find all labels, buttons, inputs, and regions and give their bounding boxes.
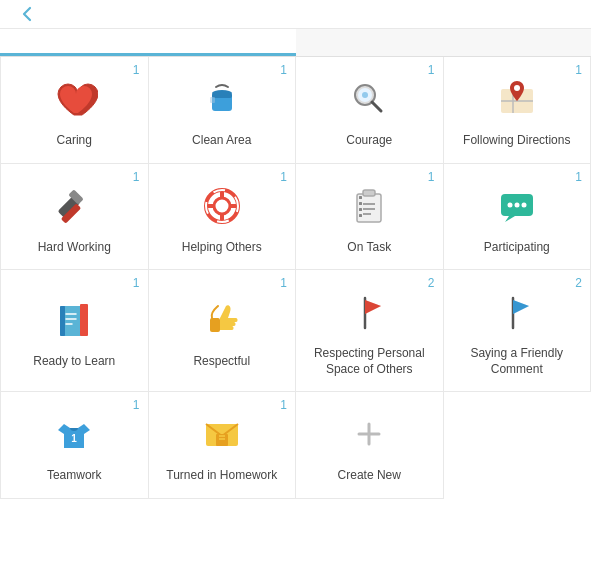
svg-rect-19 <box>220 214 224 222</box>
svg-line-6 <box>372 102 381 111</box>
award-cell-caring[interactable]: 1 Caring <box>1 57 149 164</box>
svg-rect-39 <box>80 304 88 336</box>
award-label: Helping Others <box>182 240 262 256</box>
award-cell-create-new[interactable]: Create New <box>296 392 444 499</box>
award-badge: 1 <box>280 276 287 290</box>
tab-needs-work[interactable] <box>296 29 592 56</box>
award-badge: 1 <box>280 170 287 184</box>
award-icon-following-directions <box>491 73 543 125</box>
svg-rect-3 <box>210 97 215 103</box>
award-label: Turned in Homework <box>166 468 277 484</box>
svg-point-2 <box>212 90 232 96</box>
award-icon-saying-friendly <box>491 286 543 338</box>
award-badge: 1 <box>133 63 140 77</box>
award-label: Courage <box>346 133 392 149</box>
award-icon-caring <box>48 73 100 125</box>
award-cell-saying-friendly[interactable]: 2 Saying a Friendly Comment <box>444 270 592 392</box>
award-cell-courage[interactable]: 1 Courage <box>296 57 444 164</box>
award-label: Respecting Personal Space of Others <box>304 346 435 377</box>
award-label: Create New <box>338 468 401 484</box>
svg-point-17 <box>214 198 230 214</box>
award-label: Participating <box>484 240 550 256</box>
award-badge: 1 <box>133 170 140 184</box>
tab-good-job[interactable] <box>0 29 296 56</box>
award-icon-participating <box>491 180 543 232</box>
award-badge: 1 <box>575 63 582 77</box>
header <box>0 0 591 29</box>
award-icon-on-task <box>343 180 395 232</box>
award-icon-respectful <box>196 294 248 346</box>
svg-point-11 <box>514 85 520 91</box>
svg-rect-21 <box>230 204 238 208</box>
award-label: Following Directions <box>463 133 570 149</box>
award-label: Saying a Friendly Comment <box>452 346 583 377</box>
back-button[interactable] <box>16 3 38 25</box>
award-icon-hard-working <box>48 180 100 232</box>
award-icon-create-new <box>343 408 395 460</box>
award-cell-following-directions[interactable]: 1 Following Directions <box>444 57 592 164</box>
award-icon-respecting-space <box>343 286 395 338</box>
svg-point-33 <box>507 202 512 207</box>
award-icon-teamwork: 1 <box>48 408 100 460</box>
tab-bar <box>0 29 591 57</box>
svg-rect-24 <box>363 190 375 196</box>
award-badge: 1 <box>428 170 435 184</box>
award-icon-clean-area <box>196 73 248 125</box>
svg-rect-18 <box>220 190 224 198</box>
svg-point-35 <box>521 202 526 207</box>
award-label: Teamwork <box>47 468 102 484</box>
svg-rect-37 <box>64 306 82 336</box>
svg-rect-30 <box>359 208 362 211</box>
award-label: Respectful <box>193 354 250 370</box>
svg-point-34 <box>514 202 519 207</box>
svg-text:1: 1 <box>71 433 77 444</box>
award-badge: 1 <box>280 398 287 412</box>
award-cell-respecting-space[interactable]: 2 Respecting Personal Space of Others <box>296 270 444 392</box>
award-label: Ready to Learn <box>33 354 115 370</box>
award-cell-participating[interactable]: 1 Participating <box>444 164 592 271</box>
award-icon-helping-others <box>196 180 248 232</box>
award-badge: 2 <box>428 276 435 290</box>
awards-grid: 1 Caring 1 Clean Area 1 Cour <box>0 57 591 499</box>
svg-rect-43 <box>210 318 220 332</box>
award-icon-turned-in-homework <box>196 408 248 460</box>
svg-rect-28 <box>359 196 362 199</box>
award-badge: 2 <box>575 276 582 290</box>
svg-rect-31 <box>359 214 362 217</box>
award-badge: 1 <box>133 276 140 290</box>
svg-rect-20 <box>206 204 214 208</box>
award-label: Hard Working <box>38 240 111 256</box>
award-cell-hard-working[interactable]: 1 Hard Working <box>1 164 149 271</box>
award-label: Clean Area <box>192 133 251 149</box>
award-cell-helping-others[interactable]: 1 Helping Others <box>149 164 297 271</box>
award-cell-clean-area[interactable]: 1 Clean Area <box>149 57 297 164</box>
award-label: Caring <box>57 133 92 149</box>
award-badge: 1 <box>428 63 435 77</box>
award-icon-courage <box>343 73 395 125</box>
award-cell-teamwork[interactable]: 1 1 Teamwork <box>1 392 149 499</box>
award-cell-respectful[interactable]: 1 Respectful <box>149 270 297 392</box>
award-icon-ready-to-learn <box>48 294 100 346</box>
svg-rect-38 <box>60 306 65 336</box>
award-cell-ready-to-learn[interactable]: 1 Ready to Learn <box>1 270 149 392</box>
award-badge: 1 <box>280 63 287 77</box>
award-cell-turned-in-homework[interactable]: 1 Turned in Homework <box>149 392 297 499</box>
svg-point-7 <box>362 92 368 98</box>
award-cell-on-task[interactable]: 1 On Task <box>296 164 444 271</box>
award-badge: 1 <box>133 398 140 412</box>
svg-rect-29 <box>359 202 362 205</box>
award-badge: 1 <box>575 170 582 184</box>
award-label: On Task <box>347 240 391 256</box>
